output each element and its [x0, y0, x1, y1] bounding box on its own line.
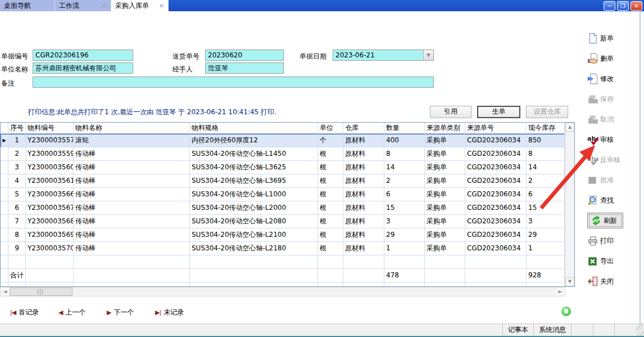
handler-field[interactable]	[205, 62, 284, 74]
minimize-button[interactable]: ─	[604, 1, 615, 11]
company-field[interactable]	[33, 62, 133, 74]
reference-button[interactable]: 引用	[430, 106, 471, 118]
column-header[interactable]: 数量	[384, 123, 425, 134]
close-button[interactable]: ✕	[631, 1, 642, 11]
last-record-button[interactable]: ▶|末记录	[155, 305, 184, 319]
table-cell: CGD202306034	[465, 242, 527, 255]
row-selector	[1, 215, 8, 228]
sidebar-button-delete-doc[interactable]: 删单	[576, 48, 640, 69]
generate-doc-button[interactable]: 生单	[477, 106, 520, 118]
table-cell: 根	[318, 242, 343, 255]
cancel-icon	[587, 114, 598, 125]
table-cell	[425, 282, 465, 287]
column-header[interactable]: 来源单号	[465, 123, 527, 134]
sidebar-button-label: 新单	[600, 34, 614, 43]
table-cell: 6	[527, 188, 565, 201]
resize-grip[interactable]	[636, 324, 644, 336]
table-row[interactable]: 8Y2300003569传动棒SUS304-20传动空心轴-L2100根原材料2…	[1, 228, 574, 242]
close-tab-icon[interactable]: ✕	[102, 2, 107, 10]
column-header[interactable]: 现今库存	[527, 123, 565, 134]
scroll-up-icon[interactable]: ▲	[565, 123, 574, 132]
sidebar-button-close-door[interactable]: 关闭	[576, 271, 640, 291]
table-cell	[190, 255, 318, 269]
row-selector	[1, 174, 8, 188]
table-cell	[26, 282, 74, 287]
restore-button[interactable]: ❐	[617, 1, 629, 11]
table-cell	[190, 282, 318, 287]
sidebar-button-export[interactable]: 导出	[576, 251, 640, 271]
delivery-no-field[interactable]	[205, 50, 284, 61]
table-cell: 采购单	[425, 228, 465, 242]
sidebar-button-edit-doc[interactable]: 修改	[576, 69, 640, 89]
sidebar-button-label: 审核	[600, 135, 614, 145]
table-row[interactable]: 2Y2300003559传动棒SUS304-20传动空心轴-L1450根原材料8…	[1, 147, 574, 161]
chevron-down-icon[interactable]: ▼	[423, 50, 433, 60]
column-header[interactable]: 物料规格	[190, 123, 318, 134]
print-info-text: 打印信息:此单总共打印了1 次,最近一次由 范亚琴 于 2023-06-21 1…	[28, 107, 276, 117]
table-cell: SUS304-20传动空心轴-L2100	[190, 228, 318, 242]
sidebar-button-label: 批准	[600, 176, 614, 185]
table-cell	[1, 282, 8, 287]
table-row[interactable]: 6Y2300003567传动棒SUS304-20传动空心轴-L2000根原材料1…	[1, 201, 574, 215]
table-cell: 传动棒	[74, 228, 190, 242]
sidebar-button-label: 取消	[600, 115, 614, 124]
table-cell	[74, 282, 190, 287]
table-cell: SUS304-20传动空心轴-L2000	[190, 201, 318, 215]
first-record-button[interactable]: |◀首记录	[10, 305, 39, 319]
sidebar-button-find[interactable]: 查找	[576, 190, 640, 210]
close-door-icon	[587, 276, 598, 287]
column-header[interactable]: 仓库	[343, 123, 384, 134]
table-row[interactable]: 5Y2300003566传动棒SUS304-20传动空心轴-L1000根原材料6…	[1, 188, 574, 201]
set-warehouse-button[interactable]: 设置仓库	[526, 106, 568, 118]
table-row[interactable]: 9Y2300003570传动棒SUS304-20传动空心轴-L2180根原材料1…	[1, 242, 574, 255]
sidebar-button-label: 关闭	[600, 277, 614, 286]
scroll-down-icon[interactable]: ▼	[565, 277, 574, 286]
sidebar-button-refresh[interactable]: 刷新	[576, 210, 640, 231]
record-nav-label: 末记录	[164, 308, 184, 316]
table-cell: CGD202306034	[465, 201, 527, 215]
table-cell: 1	[527, 242, 565, 255]
table-cell: 3	[8, 161, 26, 174]
scrollbar-thumb[interactable]	[10, 287, 72, 296]
column-header[interactable]: 单位	[318, 123, 343, 134]
next-record-button[interactable]: ▶下一个	[107, 305, 134, 319]
horizontal-scrollbar[interactable]: ◄ ►	[0, 287, 565, 296]
table-row[interactable]: 3Y2300003560传动棒SUS304-20传动空心轴-L3625根原材料1…	[1, 161, 574, 174]
sidebar-button-print[interactable]: 打印	[576, 231, 640, 251]
record-navigation: |◀首记录◀上一个▶下一个▶|末记录	[0, 305, 575, 319]
table-cell: 根	[318, 161, 343, 174]
tab-desktop-nav[interactable]: 桌面导航	[0, 0, 55, 11]
grid-body: 序号物料编号物料名称物料规格单位仓库数量来源单类别来源单号现今库存▶1Y2300…	[1, 123, 574, 287]
tab-purchase-inbound[interactable]: 采购入库单 ✕	[111, 0, 169, 11]
scroll-left-icon[interactable]: ◄	[1, 287, 10, 296]
window-controls: ─ ❐ ✕	[604, 1, 642, 11]
row-selector	[1, 161, 8, 174]
table-row[interactable]: 7Y2300003568传动棒SUS304-20传动空心轴-L2080根原材料3…	[1, 215, 574, 228]
scroll-right-icon[interactable]: ►	[556, 287, 565, 296]
table-cell: Y2300003567	[26, 201, 74, 215]
vertical-scrollbar[interactable]: ▲ ▼	[565, 123, 574, 286]
record-nav-label: 下一个	[114, 308, 134, 316]
tab-workflow[interactable]: 工作流 ✕	[55, 0, 111, 11]
table-row[interactable]: 4Y2300003561传动棒SUS304-20传动空心轴-L3695根原材料2…	[1, 174, 574, 188]
column-header[interactable]: 序号	[8, 123, 26, 134]
remark-field[interactable]	[33, 77, 434, 88]
table-cell: 采购单	[425, 147, 465, 161]
table-cell	[74, 255, 190, 269]
sidebar-button-audit[interactable]: abc审核	[576, 129, 640, 150]
doc-date-combo[interactable]: 2023-06-21 ▼	[333, 50, 434, 61]
table-row[interactable]: ▶1Y2300003557滚轮内径20外径60厚度12个原材料400采购单CGD…	[1, 134, 574, 147]
doc-no-field[interactable]	[33, 50, 133, 61]
column-header[interactable]: 物料名称	[74, 123, 190, 134]
sidebar-button-new-doc[interactable]: 新单	[576, 28, 640, 48]
status-panel: 系统消息	[533, 324, 571, 336]
table-cell: 传动棒	[74, 147, 190, 161]
previous-record-button[interactable]: ◀上一个	[58, 305, 85, 319]
table-cell: Y2300003557	[26, 134, 74, 147]
table-cell: 传动棒	[74, 215, 190, 228]
column-header[interactable]: 物料编号	[26, 123, 74, 134]
table-cell: 内径20外径60厚度12	[190, 134, 318, 147]
close-tab-icon[interactable]: ✕	[159, 2, 164, 10]
table-cell: 传动棒	[74, 161, 190, 174]
column-header[interactable]: 来源单类别	[425, 123, 465, 134]
